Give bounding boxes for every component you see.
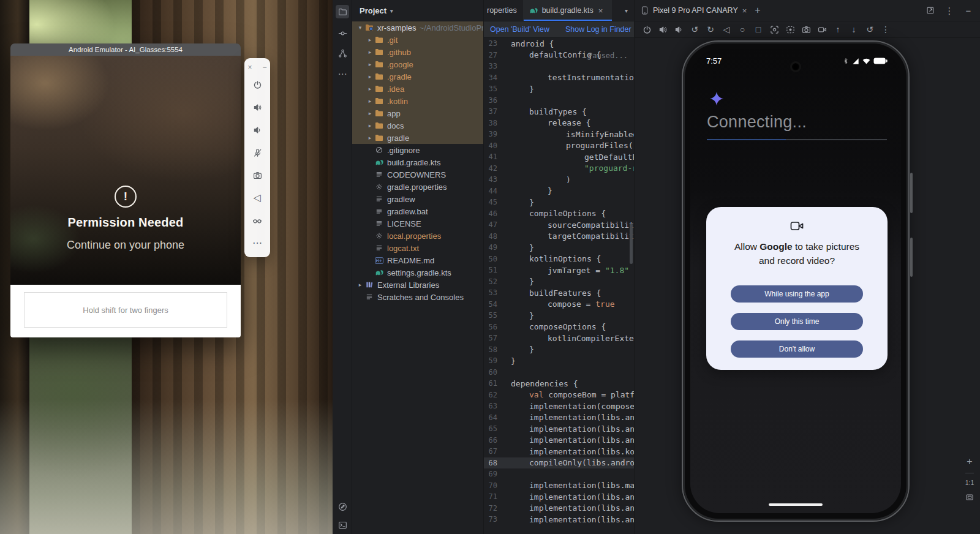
smart-glasses-icon[interactable] [252, 215, 263, 226]
line-number[interactable]: 54 [484, 300, 505, 309]
tree-item-github[interactable]: ▸.github [352, 46, 483, 58]
mic-off-icon[interactable] [252, 147, 263, 158]
code-line-49[interactable]: 49} [484, 242, 634, 254]
volume-up-icon[interactable] [252, 102, 263, 113]
code-line-23[interactable]: 23android { [484, 38, 634, 50]
tab-list-chevron-icon[interactable]: ▾ [625, 7, 634, 14]
line-number[interactable]: 73 [484, 515, 505, 524]
line-number[interactable]: 34 [484, 73, 505, 82]
code-line-46[interactable]: 46compileOptions { [484, 208, 634, 220]
line-number[interactable]: 69 [484, 470, 505, 478]
line-number[interactable]: 48 [484, 232, 505, 241]
code-line-57[interactable]: 57kotlinCompilerExtens [484, 333, 634, 344]
overview-icon[interactable]: □ [752, 24, 764, 36]
code-line-59[interactable]: 59} [484, 355, 634, 367]
line-number[interactable]: 61 [484, 379, 505, 388]
code-line-73[interactable]: 73implementation(libs.andr [484, 514, 634, 525]
code-line-72[interactable]: 72implementation(libs.andr [484, 503, 634, 514]
tree-item-external-libraries[interactable]: ▸External Libraries [352, 279, 483, 291]
video-icon[interactable] [816, 24, 828, 36]
chevron-right-icon[interactable]: ▸ [366, 37, 374, 43]
line-number[interactable]: 66 [484, 436, 505, 445]
more-h-icon[interactable]: ⋯ [337, 68, 348, 79]
code-line-37[interactable]: 37buildTypes { [484, 106, 634, 118]
link-open-build-view[interactable]: Open 'Build' View [490, 25, 549, 34]
line-number[interactable]: 35 [484, 85, 505, 93]
line-number[interactable]: 37 [484, 107, 505, 116]
chevron-right-icon[interactable]: ▸ [366, 73, 374, 80]
line-number[interactable]: 45 [484, 198, 505, 206]
line-number[interactable]: 71 [484, 492, 505, 501]
structure-icon[interactable] [337, 48, 348, 59]
commit-icon[interactable] [337, 28, 348, 39]
more-h-icon[interactable]: ⋯ [252, 238, 263, 249]
line-number[interactable]: 67 [484, 447, 505, 456]
power-icon[interactable] [641, 24, 653, 36]
code-line-40[interactable]: 40proguardFiles( [484, 140, 634, 152]
close-tab-icon[interactable]: × [742, 6, 747, 15]
tree-item-idea[interactable]: ▸.idea [352, 83, 483, 95]
tree-item-license[interactable]: LICENSE [352, 217, 483, 230]
chevron-down-icon[interactable]: ▾ [356, 24, 364, 31]
minimize-icon[interactable]: − [260, 63, 269, 72]
line-number[interactable]: 42 [484, 164, 505, 173]
tree-item-git[interactable]: ▸.git [352, 34, 483, 46]
more-v-icon[interactable]: ⋮ [944, 5, 955, 16]
line-number[interactable]: 23 [484, 39, 505, 48]
line-number[interactable]: 38 [484, 119, 505, 127]
chevron-right-icon[interactable]: ▸ [356, 282, 364, 288]
code-line-33[interactable]: 33 [484, 61, 634, 72]
terminal-icon[interactable] [337, 519, 348, 530]
chevron-right-icon[interactable]: ▸ [366, 122, 374, 129]
line-number[interactable]: 65 [484, 424, 505, 433]
code-line-58[interactable]: 58} [484, 344, 634, 356]
tree-item-gradlew[interactable]: gradlew [352, 193, 483, 205]
line-number[interactable]: 50 [484, 255, 505, 263]
chevron-right-icon[interactable]: ▸ [366, 135, 374, 141]
chevron-right-icon[interactable]: ▸ [366, 110, 374, 116]
code-line-48[interactable]: 48targetCompatibility [484, 231, 634, 243]
line-number[interactable]: 51 [484, 266, 505, 274]
code-line-47[interactable]: 47sourceCompatibility [484, 219, 634, 231]
tree-item-gradlew-bat[interactable]: gradlew.bat [352, 205, 483, 217]
code-line-61[interactable]: 61dependencies { [484, 378, 634, 389]
rotate-left-icon[interactable]: ↺ [688, 24, 701, 36]
tree-item-gitignore[interactable]: .gitignore [352, 144, 483, 156]
screenshot-icon[interactable] [768, 24, 780, 36]
upload-icon[interactable]: ↑ [832, 24, 844, 36]
chevron-right-icon[interactable]: ▸ [366, 86, 374, 92]
restore-icon[interactable]: ↺ [864, 24, 876, 36]
chevron-right-icon[interactable]: ▸ [366, 98, 374, 104]
line-number[interactable]: 63 [484, 402, 505, 410]
line-number[interactable]: 47 [484, 220, 505, 229]
code-line-38[interactable]: 38release { [484, 118, 634, 129]
code-editor[interactable]: Paused... 23android {27defaultConfig {33… [484, 38, 634, 534]
camera-icon[interactable] [252, 170, 263, 181]
code-line-42[interactable]: 42"proguard-ru [484, 163, 634, 175]
power-icon[interactable] [252, 79, 263, 90]
code-line-67[interactable]: 67implementation(libs.kotl [484, 446, 634, 457]
tree-item-local-properties[interactable]: local.properties [352, 230, 483, 242]
tab-gradle-properties[interactable]: roperties [484, 0, 524, 21]
screen-record-icon[interactable] [784, 24, 796, 36]
back-icon[interactable]: ◁ [252, 192, 263, 203]
line-number[interactable]: 44 [484, 187, 505, 195]
code-line-71[interactable]: 71implementation(libs.andr [484, 491, 634, 503]
code-line-62[interactable]: 62val composeBom = platfor [484, 389, 634, 401]
tree-item-codeowners[interactable]: CODEOWNERS [352, 168, 483, 181]
code-line-43[interactable]: 43) [484, 174, 634, 186]
more-v-icon[interactable]: ⋮ [880, 24, 892, 36]
code-line-54[interactable]: 54compose = true [484, 299, 634, 310]
tree-item-logcat-txt[interactable]: logcat.txt [352, 242, 483, 254]
line-number[interactable]: 64 [484, 413, 505, 422]
back-icon[interactable]: ◁ [720, 24, 733, 36]
code-line-53[interactable]: 53buildFeatures { [484, 287, 634, 299]
line-number[interactable]: 27 [484, 51, 505, 59]
line-number[interactable]: 36 [484, 96, 505, 105]
line-number[interactable]: 41 [484, 152, 505, 161]
line-number[interactable]: 46 [484, 209, 505, 218]
code-line-41[interactable]: 41getDefaultPr [484, 151, 634, 163]
code-line-55[interactable]: 55} [484, 310, 634, 322]
project-panel-header[interactable]: Project ▾ [352, 0, 483, 21]
tree-item-app[interactable]: ▸app [352, 107, 483, 119]
